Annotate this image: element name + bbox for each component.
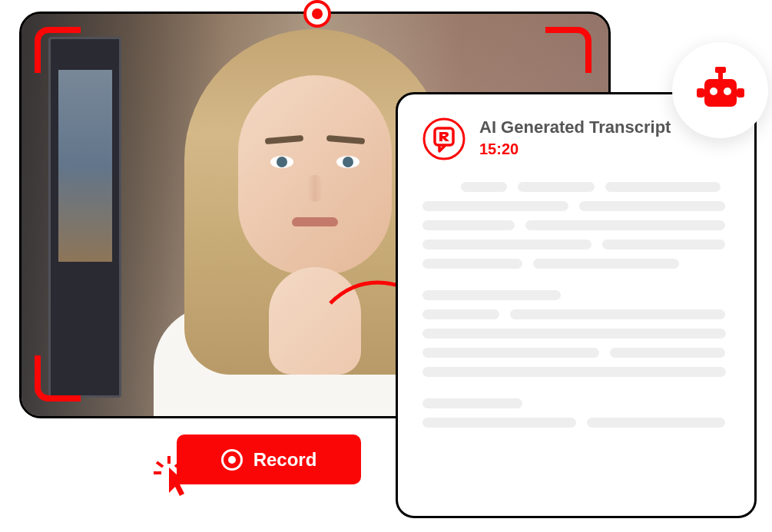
robot-icon [694,64,747,117]
record-button-label: Record [253,449,317,471]
svg-rect-8 [704,79,737,107]
transcript-title: AI Generated Transcript [479,117,671,137]
svg-line-2 [175,462,181,467]
transcript-paragraph-placeholder [422,290,730,377]
transcript-paragraph-placeholder [422,182,730,269]
app-logo-icon [422,117,466,160]
click-cursor-icon [154,456,192,505]
svg-point-11 [710,88,717,95]
svg-rect-7 [715,67,726,73]
transcript-paragraph-placeholder [422,398,730,428]
svg-rect-9 [697,88,704,97]
transcript-timestamp: 15:20 [479,140,671,158]
viewfinder-corner-bottom-left [35,355,81,401]
recording-indicator-icon [303,0,331,28]
svg-rect-10 [737,88,744,97]
transcript-panel: AI Generated Transcript 15:20 [396,92,757,518]
svg-line-1 [157,462,163,467]
viewfinder-corner-top-right [545,27,591,73]
ai-bot-badge [672,42,768,138]
transcript-header: AI Generated Transcript 15:20 [422,117,730,160]
record-icon [221,449,243,471]
record-button[interactable]: Record [177,435,361,484]
background-door [48,37,121,398]
svg-point-12 [724,88,731,95]
viewfinder-corner-top-left [35,27,81,73]
